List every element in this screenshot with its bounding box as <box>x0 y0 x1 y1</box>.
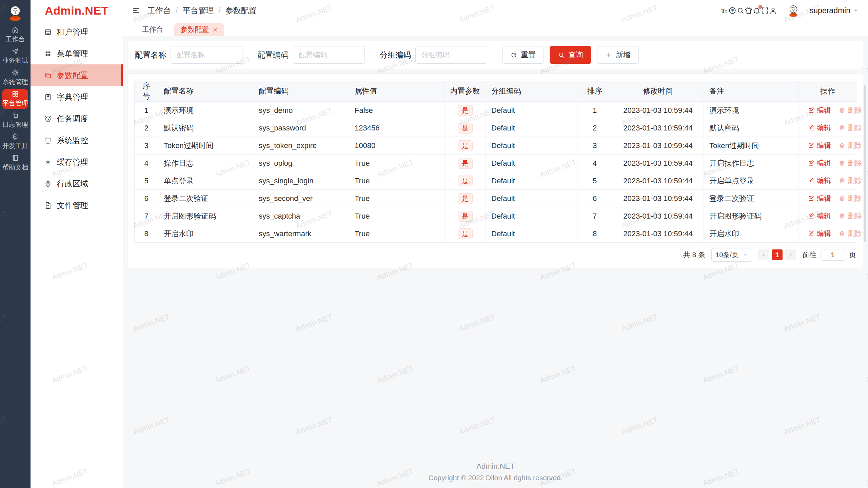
cell-index: 2 <box>135 119 158 137</box>
builtin-badge: 是 <box>458 228 473 239</box>
refresh-icon <box>510 52 517 59</box>
cell-config-code: sys_demo <box>253 102 349 119</box>
cell-modified-time: 2023-01-03 10:59:44 <box>612 155 704 172</box>
cell-index: 5 <box>135 172 158 190</box>
breadcrumb-item[interactable]: 平台管理 <box>171 5 214 16</box>
pagination: 共 8 条 10条/页 1 前往 页 <box>134 248 856 262</box>
cell-value: True <box>349 172 445 190</box>
table-row: 1 演示环境 sys_demo False 是 Default 1 2023-0… <box>135 102 857 119</box>
filter-input[interactable] <box>293 46 365 64</box>
table-row: 2 默认密码 sys_password 123456 是 Default 2 2… <box>135 119 857 137</box>
edit-button[interactable]: 编辑 <box>808 176 831 185</box>
rail-item-label: 业务测试 <box>2 56 28 65</box>
notification-icon[interactable] <box>753 6 761 15</box>
add-button[interactable]: 新增 <box>597 46 639 64</box>
page-size-select[interactable]: 10条/页 <box>711 248 752 262</box>
profile-icon[interactable] <box>769 6 777 15</box>
edit-button[interactable]: 编辑 <box>808 194 831 203</box>
delete-button[interactable]: 删除 <box>839 211 862 221</box>
trash-icon <box>839 230 845 237</box>
menu-item-icon <box>44 180 52 188</box>
rail-nav-item[interactable]: 平台管理 <box>2 89 28 109</box>
delete-button[interactable]: 删除 <box>839 105 862 115</box>
edit-icon <box>808 195 814 202</box>
trash-icon <box>839 212 845 219</box>
cell-modified-time: 2023-01-03 10:59:44 <box>612 172 704 190</box>
theme-icon[interactable] <box>745 6 753 15</box>
delete-button[interactable]: 删除 <box>839 123 862 133</box>
breadcrumb-item[interactable]: 工作台 <box>147 5 171 16</box>
collapse-menu-icon[interactable] <box>132 6 140 15</box>
sidebar-menu-item[interactable]: 行政区域 <box>31 173 123 195</box>
cell-builtin: 是 <box>445 207 486 225</box>
tab-close-icon[interactable] <box>212 27 218 33</box>
fullscreen-icon[interactable] <box>761 6 769 15</box>
edit-button[interactable]: 编辑 <box>808 229 831 238</box>
sidebar-menu-item[interactable]: 字典管理 <box>31 86 123 108</box>
cell-remark: 开启单点登录 <box>704 172 798 190</box>
sidebar-menu-item[interactable]: 文件管理 <box>31 195 123 216</box>
menu-item-label: 任务调度 <box>57 114 88 124</box>
trash-icon <box>839 160 845 166</box>
edit-button[interactable]: 编辑 <box>808 158 831 168</box>
table-row: 3 Token过期时间 sys_token_expire 10080 是 Def… <box>135 137 857 155</box>
edit-button[interactable]: 编辑 <box>808 141 831 150</box>
sidebar-menu-item[interactable]: 菜单管理 <box>31 43 123 64</box>
reset-button[interactable]: 重置 <box>502 46 544 64</box>
edit-button[interactable]: 编辑 <box>808 105 831 115</box>
cell-value: True <box>349 225 445 243</box>
breadcrumb-item[interactable]: 参数配置 <box>214 5 256 16</box>
user-menu[interactable]: superadmin <box>810 6 859 15</box>
next-page-button[interactable] <box>785 249 796 260</box>
search-button[interactable]: 查询 <box>550 46 591 64</box>
filter-field: 配置名称 <box>135 46 242 64</box>
delete-button[interactable]: 删除 <box>839 141 862 150</box>
delete-button[interactable]: 删除 <box>839 176 862 185</box>
prev-page-button[interactable] <box>758 249 769 260</box>
rail-nav-item[interactable]: 日志管理 <box>2 110 28 130</box>
tab[interactable]: 参数配置 <box>174 23 224 36</box>
font-size-icon[interactable] <box>720 6 728 15</box>
column-header: 排序 <box>577 81 612 102</box>
delete-button[interactable]: 删除 <box>839 194 862 203</box>
rail-nav-item[interactable]: 业务测试 <box>2 46 28 66</box>
menu-item-label: 字典管理 <box>57 92 88 102</box>
sidebar-menu-item[interactable]: 缓存管理 <box>31 151 123 173</box>
cell-group-code: Default <box>486 137 577 155</box>
filter-input[interactable] <box>171 46 242 64</box>
user-avatar[interactable] <box>786 3 801 18</box>
tab[interactable]: 工作台 <box>136 23 170 36</box>
cell-actions: 编辑 删除 <box>798 225 857 243</box>
delete-button[interactable]: 删除 <box>839 158 862 168</box>
sidebar-menu-item[interactable]: 任务调度 <box>31 108 123 129</box>
rail-nav-item[interactable]: 帮助文档 <box>2 153 28 173</box>
sidebar-menu-item[interactable]: 租户管理 <box>31 21 123 43</box>
search-icon <box>558 52 565 59</box>
language-icon[interactable] <box>728 6 736 15</box>
filter-input[interactable] <box>415 46 487 64</box>
filter-label: 配置编码 <box>257 50 289 60</box>
delete-button[interactable]: 删除 <box>839 229 862 238</box>
rail-nav-item[interactable]: 系统管理 <box>2 68 28 87</box>
cell-modified-time: 2023-01-03 10:59:44 <box>612 137 704 155</box>
cell-builtin: 是 <box>445 172 486 190</box>
sidebar-menu-item[interactable]: 系统监控 <box>31 129 123 151</box>
primary-nav-rail: 工作台 业务测试 系统管理 平台管理 <box>0 0 31 488</box>
plus-icon <box>605 52 612 59</box>
brand-title: Admin.NET <box>31 0 123 21</box>
page-number-button[interactable]: 1 <box>772 249 783 260</box>
edit-button[interactable]: 编辑 <box>808 211 831 221</box>
rail-nav-item[interactable]: 开发工具 <box>2 132 28 151</box>
menu-item-label: 租户管理 <box>57 27 88 37</box>
edit-icon <box>808 142 814 149</box>
rail-item-label: 开发工具 <box>2 142 28 150</box>
search-icon[interactable] <box>736 6 745 15</box>
rail-item-icon <box>12 111 19 119</box>
table-scrollbar[interactable] <box>864 85 866 242</box>
edit-button[interactable]: 编辑 <box>808 123 831 133</box>
rail-nav-item[interactable]: 工作台 <box>2 25 28 45</box>
cell-builtin: 是 <box>445 225 486 243</box>
goto-page-input[interactable] <box>821 249 845 261</box>
sidebar-menu-item[interactable]: 参数配置 <box>31 64 123 86</box>
cell-config-code: sys_oplog <box>253 155 349 172</box>
